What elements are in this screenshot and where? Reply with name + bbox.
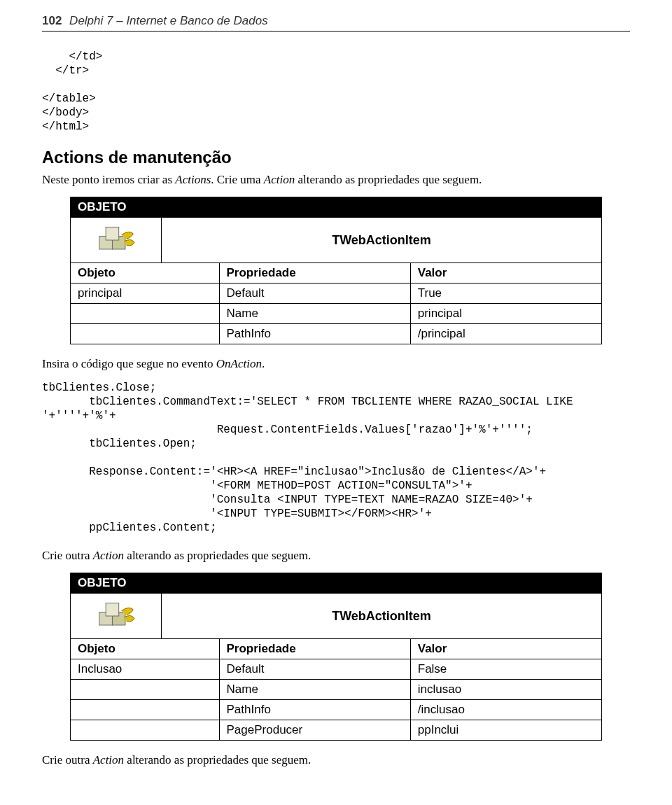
component-icon-cell — [71, 218, 162, 262]
table-row: Nameinclusao — [71, 680, 602, 700]
table-header: OBJETO — [71, 197, 602, 218]
table-row: PathInfo/inclusao — [71, 700, 602, 720]
para-4: Crie outra Action alterando as proprieda… — [42, 753, 630, 767]
col-valor: Valor — [410, 639, 601, 659]
col-valor: Valor — [410, 263, 601, 284]
para-3: Crie outra Action alterando as proprieda… — [42, 549, 630, 563]
para-2: Insira o código que segue no evento OnAc… — [42, 357, 630, 371]
table-header: OBJETO — [71, 573, 602, 594]
table-row: InclusaoDefaultFalse — [71, 659, 602, 680]
para-1: Neste ponto iremos criar as Actions. Cri… — [42, 173, 630, 187]
page-header: 102 Delphi 7 – Internet e Banco de Dados — [42, 14, 630, 28]
object-table-2: OBJETO TWebActionItem Objeto Propriedade… — [70, 573, 602, 741]
delphi-component-icon — [95, 598, 137, 634]
component-type: TWebActionItem — [162, 594, 601, 638]
table-row: PageProducerppInclui — [71, 720, 602, 741]
code-block-2: tbClientes.Close; tbClientes.CommandText… — [42, 381, 630, 535]
book-title: Delphi 7 – Internet e Banco de Dados — [69, 14, 268, 27]
col-prop: Propriedade — [219, 639, 410, 659]
table-row: principalDefaultTrue — [71, 284, 602, 304]
col-objeto: Objeto — [71, 639, 220, 659]
code-block-1: </td> </tr> </table> </body> </html> — [42, 50, 630, 134]
section-title: Actions de manutenção — [42, 148, 630, 167]
col-prop: Propriedade — [219, 263, 410, 284]
component-type: TWebActionItem — [162, 218, 601, 262]
col-objeto: Objeto — [71, 263, 220, 284]
table-row: PathInfo/principal — [71, 324, 602, 344]
component-icon-cell — [71, 594, 162, 638]
header-rule — [42, 31, 630, 31]
page-number: 102 — [42, 14, 62, 27]
delphi-component-icon — [95, 222, 137, 258]
object-table-1: OBJETO TWebActionItem Objeto Propriedade… — [70, 197, 602, 344]
table-row: Nameprincipal — [71, 304, 602, 324]
